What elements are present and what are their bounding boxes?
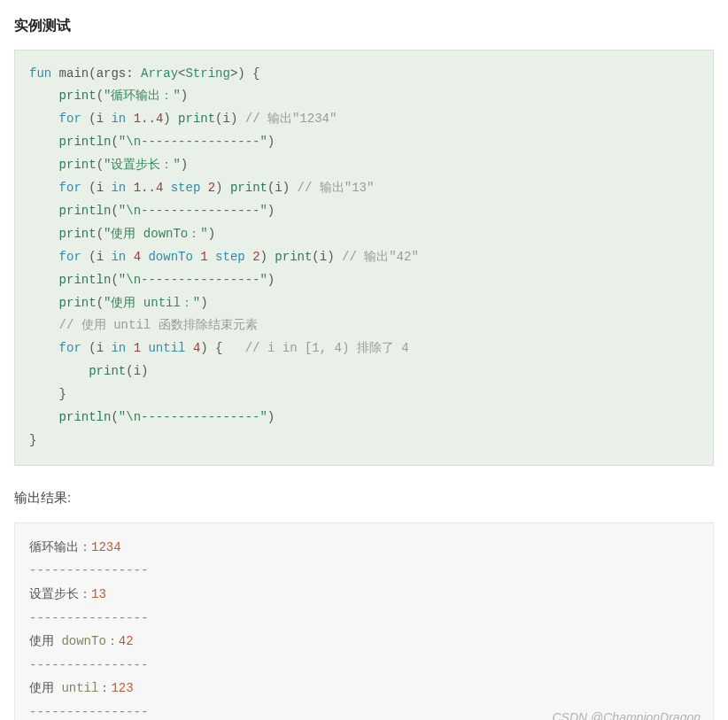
open: (i (81, 112, 112, 126)
fn-print: print (59, 89, 97, 103)
str: "\n----------------" (119, 410, 267, 424)
close: ) (163, 112, 178, 126)
paren: ( (111, 273, 118, 287)
num: 1 (134, 341, 141, 355)
sp (200, 181, 207, 195)
section-title: 实例测试 (14, 14, 714, 37)
fn-println: println (59, 410, 112, 424)
num: 2 (252, 250, 259, 264)
paren: ( (97, 296, 104, 310)
fn-print: print (178, 112, 215, 126)
close: ) (260, 250, 275, 264)
close: ) { (200, 341, 244, 355)
out-colon: ： (98, 681, 111, 695)
str: "循环输出：" (104, 89, 181, 103)
indent (29, 250, 59, 264)
kw-for: for (59, 112, 81, 126)
sp (126, 181, 133, 195)
str: "\n----------------" (119, 135, 267, 149)
out-sep: ---------------- (29, 563, 148, 577)
out-value: 42 (119, 634, 134, 648)
out-value: 13 (91, 587, 106, 601)
l1-close: ) { (237, 66, 259, 81)
fn-main: main (51, 66, 89, 81)
comment: // 输出"1234" (245, 112, 337, 126)
code-block: fun main(args: Array<String>) { print("循… (14, 50, 714, 466)
arg: (i) (215, 112, 237, 126)
sp (208, 250, 215, 264)
paren: ) (200, 296, 207, 310)
indent (29, 318, 59, 332)
indent (29, 410, 59, 424)
indent (29, 112, 59, 126)
out-label: 使用 (29, 634, 61, 648)
sp (335, 250, 342, 264)
indent (29, 181, 59, 195)
indent (29, 135, 59, 149)
args-open: (args: (89, 66, 141, 81)
indent (29, 364, 89, 378)
sp (237, 112, 244, 126)
kw-downto: downTo (148, 250, 192, 264)
out-label: 使用 (29, 681, 61, 695)
sp (245, 250, 252, 264)
out-sep: ---------------- (29, 705, 148, 719)
str: "使用 until：" (104, 296, 200, 310)
indent (29, 296, 59, 310)
fn-print: print (89, 364, 126, 378)
kw-in: in (111, 181, 126, 195)
paren: ( (111, 135, 118, 149)
indent (29, 227, 59, 241)
type-array: Array (141, 66, 178, 81)
out-colon: ： (106, 634, 119, 648)
out-kw: until (61, 681, 98, 695)
paren: ( (97, 89, 104, 103)
indent (29, 341, 59, 355)
fn-println: println (59, 135, 112, 149)
kw-for: for (59, 181, 81, 195)
paren: ( (97, 158, 104, 172)
out-label: 循环输出： (29, 540, 91, 554)
brace: } (59, 387, 66, 401)
kw-fun: fun (29, 66, 51, 81)
paren: ) (267, 410, 275, 424)
sp (126, 250, 133, 264)
num: 4 (134, 250, 141, 264)
comment: // i in [1, 4) 排除了 4 (245, 341, 409, 355)
indent (29, 387, 59, 401)
out-sep: ---------------- (29, 658, 148, 672)
comment: // 输出"42" (342, 250, 419, 264)
out-label: 设置步长： (29, 587, 91, 601)
paren: ) (181, 158, 188, 172)
result-label: 输出结果: (14, 487, 714, 508)
open: (i (81, 250, 112, 264)
kw-until: until (148, 341, 185, 355)
comment: // 输出"13" (298, 181, 375, 195)
num: 2 (208, 181, 215, 195)
brace: } (29, 433, 36, 447)
str: "使用 downTo：" (104, 227, 208, 241)
kw-for: for (59, 250, 81, 264)
comment: // 使用 until 函数排除结束元素 (59, 318, 258, 332)
fn-print: print (275, 250, 312, 264)
open: (i (81, 341, 112, 355)
str: "\n----------------" (119, 204, 267, 218)
paren: ) (208, 227, 215, 241)
num: 1 (134, 181, 141, 195)
dots: .. (141, 112, 156, 126)
fn-print: print (59, 158, 97, 172)
sp (163, 181, 170, 195)
kw-for: for (59, 341, 81, 355)
paren: ( (111, 204, 118, 218)
paren: ) (267, 204, 275, 218)
num: 1 (134, 112, 141, 126)
type-string: String (185, 66, 229, 81)
fn-println: println (59, 204, 112, 218)
kw-in: in (111, 112, 126, 126)
indent (29, 158, 59, 172)
close: ) (215, 181, 230, 195)
paren: ) (267, 135, 275, 149)
kw-step: step (215, 250, 245, 264)
indent (29, 273, 59, 287)
out-kw: downTo (61, 634, 105, 648)
